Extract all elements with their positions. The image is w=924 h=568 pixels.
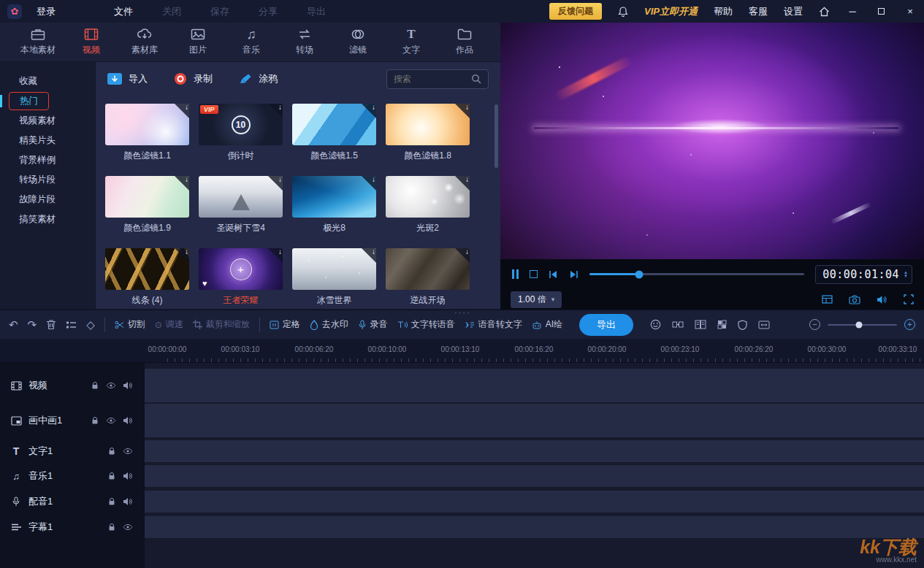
minimize-button[interactable]: ─ bbox=[846, 6, 859, 17]
track-lane[interactable] bbox=[145, 516, 924, 538]
track-lane[interactable] bbox=[145, 404, 924, 437]
speaker-icon[interactable] bbox=[123, 472, 133, 480]
lock-icon[interactable] bbox=[107, 447, 116, 456]
next-frame-button[interactable] bbox=[569, 270, 579, 279]
tab-works[interactable]: 作品 bbox=[447, 28, 482, 56]
material-item[interactable]: 线条 (4) bbox=[105, 248, 189, 307]
download-icon[interactable] bbox=[268, 176, 283, 191]
material-item[interactable]: 颜色滤镜1.9 bbox=[105, 176, 189, 234]
eye-icon[interactable] bbox=[123, 523, 133, 531]
record-button[interactable]: 录制 bbox=[174, 72, 213, 85]
download-icon[interactable] bbox=[455, 104, 470, 118]
zoom-out-icon[interactable]: − bbox=[809, 319, 820, 330]
shield-icon[interactable] bbox=[738, 320, 747, 330]
stop-button[interactable] bbox=[530, 270, 538, 278]
download-icon[interactable] bbox=[455, 176, 470, 191]
remove-watermark-button[interactable]: 去水印 bbox=[310, 318, 348, 331]
previous-frame-button[interactable] bbox=[549, 270, 558, 279]
lock-icon[interactable] bbox=[107, 523, 116, 531]
record-audio-button[interactable]: 录音 bbox=[358, 318, 388, 331]
freeze-frame-button[interactable]: 定格 bbox=[270, 318, 300, 331]
download-icon[interactable] bbox=[268, 104, 283, 118]
materials-scrollbar[interactable] bbox=[495, 104, 498, 168]
export-button[interactable]: 导出 bbox=[579, 314, 633, 336]
track-manage-icon[interactable] bbox=[66, 321, 77, 329]
tab-pictures[interactable]: 图片 bbox=[180, 28, 215, 56]
tab-music[interactable]: ♫ 音乐 bbox=[234, 28, 269, 56]
speaker-icon[interactable] bbox=[877, 295, 887, 304]
material-item[interactable]: 颜色滤镜1.8 bbox=[386, 104, 470, 162]
import-button[interactable]: 导入 bbox=[107, 72, 148, 85]
help-button[interactable]: 帮助 bbox=[714, 5, 733, 18]
eye-icon[interactable] bbox=[106, 416, 116, 425]
download-icon[interactable] bbox=[362, 104, 376, 118]
tab-transitions[interactable]: 转场 bbox=[287, 28, 322, 56]
tab-filters[interactable]: 滤镜 bbox=[340, 28, 375, 56]
ai-draw-button[interactable]: AI绘 bbox=[532, 318, 562, 331]
text-to-speech-button[interactable]: 文字转语音 bbox=[397, 318, 455, 331]
lock-icon[interactable] bbox=[91, 416, 99, 425]
lock-icon[interactable] bbox=[91, 381, 99, 390]
search-icon[interactable] bbox=[471, 74, 481, 84]
material-item[interactable]: 圣诞树下雪4 bbox=[199, 176, 283, 234]
timecode-spinner[interactable]: ▲▼ bbox=[904, 271, 908, 278]
fullscreen-icon[interactable] bbox=[904, 294, 914, 304]
download-icon[interactable] bbox=[362, 176, 376, 191]
speech-to-text-button[interactable]: 语音转文字 bbox=[465, 318, 522, 331]
zoom-slider-handle[interactable] bbox=[855, 321, 862, 328]
snapshot-camera-icon[interactable] bbox=[849, 295, 860, 304]
layout-grid-icon[interactable] bbox=[822, 295, 833, 304]
split-screen-icon[interactable] bbox=[672, 320, 684, 329]
track-lane[interactable] bbox=[145, 369, 924, 402]
sidebar-item-video-materials[interactable]: 视频素材 bbox=[0, 111, 95, 131]
material-item[interactable]: 冰雪世界 bbox=[292, 248, 376, 307]
emoji-sticker-icon[interactable] bbox=[650, 319, 661, 330]
vip-upgrade-button[interactable]: VIP立即开通 bbox=[644, 5, 698, 18]
delete-trash-icon[interactable] bbox=[46, 319, 56, 330]
zoom-in-icon[interactable]: + bbox=[904, 319, 915, 330]
speaker-icon[interactable] bbox=[123, 416, 133, 425]
settings-button[interactable]: 设置 bbox=[784, 5, 803, 18]
stretch-icon[interactable] bbox=[758, 321, 770, 329]
sidebar-item-funny[interactable]: 搞笑素材 bbox=[0, 210, 95, 229]
material-item[interactable]: 颜色滤镜1.5 bbox=[292, 104, 376, 162]
zoom-slider[interactable] bbox=[828, 324, 897, 326]
mosaic-icon[interactable] bbox=[717, 320, 727, 329]
download-icon[interactable] bbox=[175, 104, 189, 118]
material-item[interactable]: 颜色滤镜1.1 bbox=[105, 104, 189, 162]
menu-file[interactable]: 文件 bbox=[114, 5, 133, 18]
close-button[interactable]: × bbox=[904, 6, 917, 17]
lock-icon[interactable] bbox=[107, 472, 116, 480]
track-lane[interactable] bbox=[145, 440, 924, 462]
track-lane[interactable] bbox=[145, 465, 924, 487]
keyframe-icon[interactable]: ◇ bbox=[86, 318, 95, 331]
support-button[interactable]: 客服 bbox=[749, 5, 768, 18]
playback-speed-select[interactable]: 1.00 倍 ▾ bbox=[511, 291, 562, 308]
sidebar-item-glitch-clips[interactable]: 故障片段 bbox=[0, 190, 95, 210]
download-icon[interactable] bbox=[175, 176, 189, 191]
undo-icon[interactable]: ↶ bbox=[9, 318, 18, 331]
sidebar-item-favorites[interactable]: 收藏 bbox=[0, 72, 95, 91]
timeline-ruler[interactable]: 00:00:00:00 00:00:03:10 00:00:06:20 00:0… bbox=[0, 339, 924, 363]
tab-material-library[interactable]: 素材库 bbox=[127, 28, 162, 56]
redo-icon[interactable]: ↷ bbox=[28, 318, 37, 331]
eye-icon[interactable] bbox=[123, 447, 133, 456]
tab-video[interactable]: 视频 bbox=[74, 28, 109, 56]
download-icon[interactable] bbox=[362, 248, 376, 263]
sidebar-item-backgrounds[interactable]: 背景样例 bbox=[0, 150, 95, 170]
lock-icon[interactable] bbox=[107, 497, 116, 506]
panel-drag-handle[interactable]: ···· bbox=[454, 308, 471, 317]
track-lane[interactable] bbox=[145, 491, 924, 513]
seek-slider[interactable] bbox=[589, 273, 804, 275]
heart-icon[interactable]: ♥ bbox=[202, 279, 207, 288]
material-item[interactable]: 极光8 bbox=[292, 176, 376, 234]
notification-bell-icon[interactable] bbox=[618, 7, 628, 17]
sidebar-item-intros[interactable]: 精美片头 bbox=[0, 131, 95, 150]
cut-button[interactable]: 切割 bbox=[115, 318, 145, 331]
maximize-button[interactable] bbox=[878, 8, 885, 15]
home-icon[interactable] bbox=[819, 7, 830, 17]
tab-local-material[interactable]: 本地素材 bbox=[20, 28, 56, 56]
login-button[interactable]: 登录 bbox=[37, 5, 56, 18]
tab-text[interactable]: T 文字 bbox=[394, 28, 429, 56]
video-preview[interactable] bbox=[500, 23, 924, 259]
